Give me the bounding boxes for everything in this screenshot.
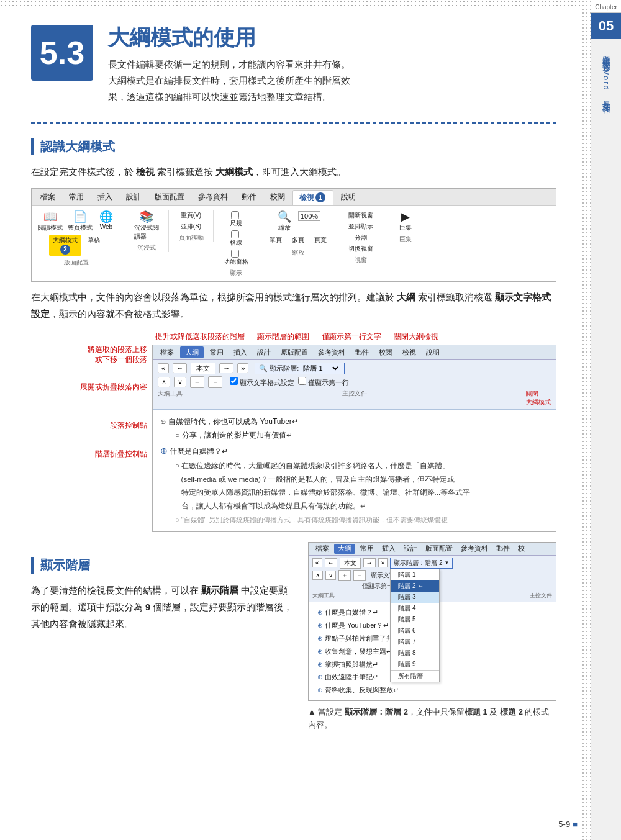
tab-mail[interactable]: 郵件 [235,190,263,205]
tab-design[interactable]: 設計 [120,190,147,205]
otab-view[interactable]: 檢視 [399,346,420,358]
menu-ribbon-tabs: 檔案 大綱 常用 插入 設計 版面配置 參考資料 郵件 校 [309,543,556,556]
btn-ruler[interactable]: 尺規 [226,210,246,229]
mtab-ref[interactable]: 參考資料 [458,544,491,554]
otab-ref[interactable]: 參考資料 [314,346,349,358]
ribbon-group1-items: 📖 閱讀模式 📄 整頁模式 🌐 Web [37,210,116,233]
btn-prev-level[interactable]: « [158,363,169,373]
btn-page-side[interactable]: 並排(S) [179,221,202,232]
nav-check[interactable] [231,250,239,258]
otab-insert[interactable]: 插入 [230,346,251,358]
btn-arrange[interactable]: 並排顯示 [347,221,374,232]
btn-expand[interactable]: ＋ [190,376,204,388]
otab-file[interactable]: 檔案 [156,346,178,358]
dropdown-arrow: ▼ [444,560,449,566]
page-icon: 📄 [73,211,87,222]
mbtn-up[interactable]: ∧ [312,571,323,580]
level-option-1[interactable]: 階層 1 [391,569,439,580]
level-option-8[interactable]: 階層 8 [391,648,439,659]
tab-layout[interactable]: 版面配置 [148,190,191,205]
tab-help[interactable]: 說明 [335,190,362,205]
otab-outline[interactable]: 大綱 [180,346,204,358]
btn-new-window[interactable]: 開新視窗 [347,210,374,221]
mbtn-prev[interactable]: « [312,558,322,567]
otab-home[interactable]: 常用 [206,346,227,358]
btn-up[interactable]: ∧ [158,377,170,387]
close-btn[interactable]: 關閉大綱模式 [526,389,551,407]
btn-single[interactable]: 單頁 [266,235,286,246]
otab-help[interactable]: 說明 [422,346,443,358]
tab-view[interactable]: 檢視1 [292,190,333,205]
header-text: 大綱模式的使用 長文件編輯要依循一定的規則，才能讓內容看來井井有條。 大綱模式是… [108,25,556,105]
zoom-items: 🔍 縮放 100% [274,210,322,233]
btn-multi[interactable]: 多頁 [288,235,308,246]
tab-home[interactable]: 常用 [63,190,90,205]
btn-down[interactable]: ∨ [174,377,186,387]
level-option-3[interactable]: 階層 3 [391,592,439,603]
otab-mail[interactable]: 郵件 [351,346,373,358]
level-option-9[interactable]: 階層 9 [391,659,439,670]
btn-immersive[interactable]: 📚 沉浸式閱讀器 [133,210,160,242]
btn-grid[interactable]: 格線 [226,229,246,248]
level-option-all[interactable]: 所有階層 [391,670,439,682]
mbtn-right[interactable]: → [363,558,376,567]
btn-web-mode[interactable]: 🌐 Web [96,210,116,233]
mbtn-collapse2[interactable]: － [353,570,366,581]
btn-right[interactable]: → [219,363,233,373]
tab-file[interactable]: 檔案 [34,190,61,205]
mbtn-left[interactable]: ← [325,558,337,567]
grid-label: 格線 [230,238,242,247]
mbtn-next[interactable]: » [378,558,388,567]
show-firstline-check[interactable] [298,377,306,385]
btn-outline-highlight[interactable]: 大綱模式 2 [49,235,81,256]
mbtn-down[interactable]: ∨ [325,571,336,580]
btn-switch[interactable]: 切換視窗 [347,243,374,255]
btn-zoom[interactable]: 🔍 縮放 [274,210,294,233]
page-side-label: 並排(S) [181,222,201,231]
otab-design[interactable]: 設計 [253,346,274,358]
m-level-display: 本文 [340,558,361,569]
mtab-home[interactable]: 常用 [357,544,377,554]
btn-next-level[interactable]: » [237,363,248,373]
outline-screenshot: 檔案 大綱 常用 插入 設計 原版配置 參考資料 郵件 校閱 檢視 說明 « [152,345,556,532]
btn-100[interactable]: 100% [297,210,322,233]
btn-nav-pane[interactable]: 功能窗格 [222,248,250,268]
page-number-area: 5-9 ■ [558,820,578,829]
btn-macro[interactable]: ▶ 巨集 [396,210,415,233]
tab-insert[interactable]: 插入 [91,190,119,205]
mtab-outline[interactable]: 大綱 [334,544,355,554]
show-format-label: 顯示文字格式設定 [230,377,294,387]
btn-width[interactable]: 頁寬 [310,235,330,246]
mtab-review[interactable]: 校 [515,544,528,554]
show-level-dropdown-btn[interactable]: 顯示階層：階層 2 ▼ [390,558,453,569]
level-option-4[interactable]: 階層 4 [391,603,439,614]
mbtn-expand2[interactable]: ＋ [338,570,351,581]
level-option-6[interactable]: 階層 6 [391,625,439,636]
outline-btn-label: 大綱模式 [53,236,78,245]
btn-split[interactable]: 分割 [351,232,371,243]
show-level-box[interactable]: 🔍 顯示階層: 階層 1 階層 2 所有階層 [255,363,345,374]
mtab-insert[interactable]: 插入 [379,544,399,554]
mtab-design[interactable]: 設計 [401,544,420,554]
ruler-check[interactable] [231,211,239,219]
btn-read-mode[interactable]: 📖 閱讀模式 [37,210,64,233]
mtab-file[interactable]: 檔案 [312,544,332,554]
grid-check[interactable] [231,230,239,238]
show-format-check[interactable] [230,377,238,385]
otab-review[interactable]: 校閱 [375,346,396,358]
btn-draft[interactable]: 草稿 [84,235,104,256]
level-select[interactable]: 階層 1 階層 2 所有階層 [301,364,340,373]
btn-page-mode[interactable]: 📄 整頁模式 [66,210,94,233]
tab-review[interactable]: 校閱 [264,190,291,205]
mtab-layout[interactable]: 版面配置 [422,544,456,554]
btn-left[interactable]: ← [173,363,187,373]
btn-page-vert[interactable]: 重頁(V) [179,210,202,221]
level-option-2[interactable]: 階層 2 ← [391,580,439,592]
otab-layout[interactable]: 原版配置 [277,346,312,358]
tab-references[interactable]: 參考資料 [192,190,234,205]
mtab-mail[interactable]: 郵件 [493,544,513,554]
outline-item1: ⊕ 自媒體時代，你也可以成為 YouTuber↵ [160,415,548,429]
level-option-5[interactable]: 階層 5 [391,614,439,625]
level-option-7[interactable]: 階層 7 [391,636,439,648]
btn-collapse[interactable]: － [208,376,222,388]
